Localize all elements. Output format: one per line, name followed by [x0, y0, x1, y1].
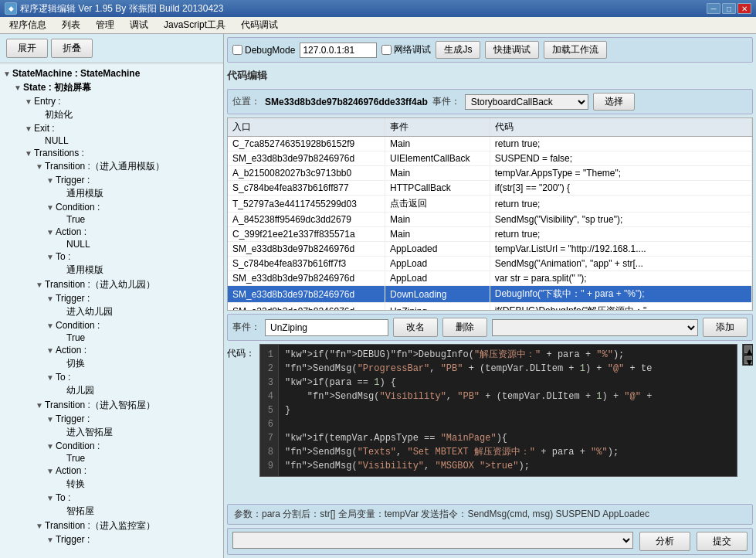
cell-code: return true;: [490, 227, 751, 242]
app-icon: ◆: [5, 2, 17, 15]
table-row[interactable]: SM_e33d8b3de97b8246976d UnZiping if(DEBU…: [228, 303, 752, 311]
code-line: "kw">if("fn">DEBUG)"fn">DebugInfo("解压资源中…: [285, 348, 731, 362]
col-header-code: 代码: [490, 118, 751, 137]
cell-event: DownLoading: [385, 286, 490, 303]
cell-event: Main: [385, 213, 490, 227]
line-number: 7: [265, 431, 273, 445]
menu-manage[interactable]: 管理: [88, 17, 122, 33]
debug-mode-checkbox[interactable]: [232, 45, 242, 55]
cell-code: SendMsg("Visibility", "sp true");: [490, 213, 751, 227]
menu-list[interactable]: 列表: [54, 17, 88, 33]
scroll-up-icon[interactable]: ▲: [744, 345, 752, 353]
event-dropdown[interactable]: [492, 319, 698, 336]
code-content[interactable]: "kw">if("fn">DEBUG)"fn">DebugInfo("解压资源中…: [279, 345, 737, 476]
cell-code: if(DEBUG)DebugInfo("解压资源中："...: [490, 303, 751, 311]
params-row: 参数：para 分割后：str[] 全局变量：tempVar 发送指令：Send…: [227, 504, 753, 525]
code-label: 代码：: [227, 344, 255, 360]
table-row[interactable]: SM_e33d8b3de97b8246976d AppLoaded tempVa…: [228, 242, 752, 257]
position-value: SMe33d8b3de97b8246976dde33ff4ab: [265, 97, 428, 107]
line-number: 1: [265, 348, 273, 362]
menu-js-tools[interactable]: JavaScript工具: [156, 17, 233, 33]
cell-code: DebugInfo("下载中：" + para + "%");: [490, 286, 751, 303]
cell-code: var str = para.split(" ");: [490, 271, 751, 286]
line-number: 2: [265, 362, 273, 376]
right-panel: DebugMode 网络调试 生成Js 快捷调试 加载工作流 代码编辑 位置： …: [224, 34, 756, 558]
menu-code-debug[interactable]: 代码调试: [233, 17, 286, 33]
code-line: "fn">SendMsg("Visibility", "MSGBOX ">tru…: [285, 459, 731, 473]
table-row[interactable]: T_52797a3e44117455299d03 点击返回 return tru…: [228, 196, 752, 213]
code-line: "fn">SendMsg("Texts", "Set MBTEXT 解压资源中：…: [285, 445, 731, 459]
window-title: 程序逻辑编辑 Ver 1.95 By 张振阳 Build 20130423: [20, 2, 223, 15]
scroll-down-icon[interactable]: ▼: [744, 356, 752, 364]
cell-code: return true;: [490, 137, 751, 151]
code-line: "kw">if(tempVar.AppsType == "MainPage"){: [285, 431, 731, 445]
code-section: 代码编辑 位置： SMe33d8b3de97b8246976dde33ff4ab…: [227, 66, 753, 555]
event-name-input[interactable]: [265, 319, 388, 336]
event-label: 事件：: [432, 95, 460, 108]
cell-entry: SM_e33d8b3de97b8246976d: [228, 151, 385, 166]
delete-button[interactable]: 删除: [442, 318, 487, 337]
submit-button[interactable]: 提交: [697, 532, 748, 551]
cell-code: if(str[3] == "200") {: [490, 181, 751, 196]
line-number: 3: [265, 376, 273, 390]
cell-entry: SM_e33d8b3de97b8246976d: [228, 242, 385, 257]
menu-debug[interactable]: 调试: [122, 17, 156, 33]
table-row[interactable]: A_b2150082027b3c9713bb0 Main tempVar.App…: [228, 166, 752, 181]
line-number: 4: [265, 390, 273, 403]
table-row[interactable]: S_c784be4fea837b616ff877 HTTPCallBack if…: [228, 181, 752, 196]
col-header-event: 事件: [385, 118, 490, 137]
ip-input[interactable]: [300, 43, 377, 58]
cell-entry: S_c784be4fea837b616ff877: [228, 181, 385, 196]
cell-event: AppLoaded: [385, 242, 490, 257]
add-button[interactable]: 添加: [703, 318, 748, 337]
bottom-select[interactable]: [232, 532, 633, 549]
cell-event: Main: [385, 227, 490, 242]
select-button[interactable]: 选择: [593, 93, 635, 111]
cell-entry: T_52797a3e44117455299d03: [228, 196, 385, 213]
expand-button[interactable]: 展开: [6, 39, 48, 58]
code-editor[interactable]: 123456789 "kw">if("fn">DEBUG)"fn">DebugI…: [259, 344, 737, 477]
table-row[interactable]: C_7ca852746351928b6152f9 Main return tru…: [228, 137, 752, 151]
rename-button[interactable]: 改名: [393, 318, 438, 337]
cell-entry: C_7ca852746351928b6152f9: [228, 137, 385, 151]
section-title: 代码编辑: [227, 67, 267, 84]
tree-container[interactable]: ▼ StateMachine : StateMachine ▼ State : …: [0, 63, 223, 558]
table-row[interactable]: SM_e33d8b3de97b8246976d UIElementCallBac…: [228, 151, 752, 166]
collapse-button[interactable]: 折叠: [51, 39, 93, 58]
table-row[interactable]: S_c784be4fea837b616ff7f3 AppLoad SendMsg…: [228, 257, 752, 271]
cell-entry: A_845238ff95469dc3dd2679: [228, 213, 385, 227]
left-toolbar: 展开 折叠: [0, 34, 223, 63]
cell-event: Main: [385, 166, 490, 181]
cell-code: tempVar.AppsType = "Theme";: [490, 166, 751, 181]
toolbar-row: DebugMode 网络调试 生成Js 快捷调试 加载工作流: [227, 37, 753, 63]
code-line: }: [285, 403, 731, 417]
cell-entry: SM_e33d8b3de97b8246976d: [228, 286, 385, 303]
menu-program-info[interactable]: 程序信息: [2, 17, 54, 33]
maximize-button[interactable]: □: [722, 3, 736, 14]
line-number: 6: [265, 417, 273, 431]
table-row[interactable]: SM_e33d8b3de97b8246976d DownLoading Debu…: [228, 286, 752, 303]
code-table-container[interactable]: 入口 事件 代码 C_7ca852746351928b6152f9 Main r…: [227, 117, 753, 311]
cell-event: AppLoad: [385, 257, 490, 271]
table-row[interactable]: SM_e33d8b3de97b8246976d AppLoad var str …: [228, 271, 752, 286]
network-debug-checkbox[interactable]: [381, 45, 392, 55]
minimize-button[interactable]: ─: [707, 3, 720, 14]
tree-node-statemachine: ▼ StateMachine : StateMachine ▼ State : …: [0, 66, 223, 547]
network-debug-label[interactable]: 网络调试: [381, 43, 431, 56]
quick-debug-button[interactable]: 快捷调试: [485, 41, 539, 59]
line-number: 5: [265, 403, 273, 417]
generate-js-button[interactable]: 生成Js: [436, 41, 480, 59]
left-panel: 展开 折叠 ▼ StateMachine : StateMachine ▼ St…: [0, 34, 224, 558]
close-button[interactable]: ✕: [737, 3, 751, 14]
code-line: "kw">if(para == 1) {: [285, 376, 731, 390]
cell-event: 点击返回: [385, 196, 490, 213]
analyze-button[interactable]: 分析: [639, 532, 690, 551]
code-line: "fn">SendMsg("Visibility", "PB" + (tempV…: [285, 390, 731, 403]
table-row[interactable]: A_845238ff95469dc3dd2679 Main SendMsg("V…: [228, 213, 752, 227]
cell-entry: C_399f21ee21e337ff835571a: [228, 227, 385, 242]
title-bar: ◆ 程序逻辑编辑 Ver 1.95 By 张振阳 Build 20130423 …: [0, 0, 756, 17]
event-select[interactable]: StoryboardCallBack: [465, 94, 588, 110]
table-row[interactable]: C_399f21ee21e337ff835571a Main return tr…: [228, 227, 752, 242]
load-workflow-button[interactable]: 加载工作流: [544, 41, 607, 59]
debug-mode-label[interactable]: DebugMode: [232, 45, 295, 56]
